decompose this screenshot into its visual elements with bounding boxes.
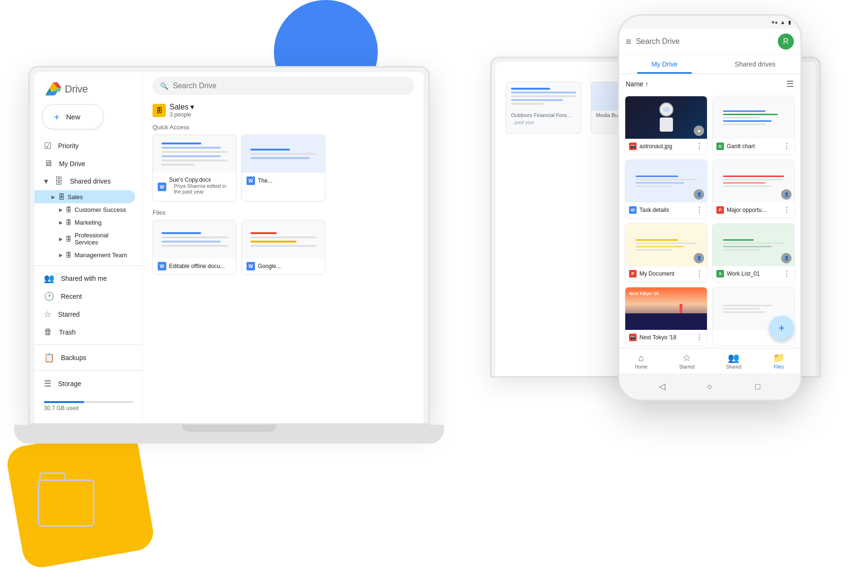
gantt-more-icon[interactable]: ⋮ <box>783 142 791 151</box>
new-button[interactable]: ＋ New <box>42 104 103 129</box>
sidebar-item-trash[interactable]: 🗑 Trash <box>34 323 135 341</box>
laptop-body: Drive ＋ New ☑ Priority 🖥 My Drive <box>28 66 430 425</box>
sidebar-item-shared-drives[interactable]: ▾ 🗄 Shared drives <box>34 172 135 190</box>
sidebar-item-my-drive[interactable]: 🖥 My Drive <box>34 155 135 172</box>
cs-label: Customer Success <box>75 206 126 213</box>
phone-file-footer-mydoc: P My Document ⋮ <box>625 266 707 281</box>
mydoc-more-icon[interactable]: ⋮ <box>696 269 703 278</box>
tree-item-customer-success[interactable]: ▶ 🗄 Customer Success <box>34 203 143 216</box>
mt-arrow-icon: ▶ <box>59 252 63 258</box>
phone-file-task-details[interactable]: 👤 W Task details ⋮ <box>625 160 707 218</box>
phone-file-work-list[interactable]: 👤 X Work List_01 ⋮ <box>712 223 795 282</box>
home-button[interactable]: ○ <box>704 381 715 392</box>
search-input[interactable] <box>173 82 407 90</box>
file-type-icon-4: W <box>247 262 255 270</box>
tab-my-drive[interactable]: My Drive <box>619 55 710 74</box>
sidebar-item-recent[interactable]: 🕐 Recent <box>34 287 135 305</box>
task-avatar-badge: 👤 <box>694 189 704 200</box>
laptop-base <box>14 425 444 444</box>
phone-file-my-document[interactable]: 👤 P My Document ⋮ <box>625 223 707 282</box>
phone-file-astronaut[interactable]: ★ 📷 astronaut.jpg ⋮ <box>625 96 707 155</box>
file-type-icon-2: W <box>247 176 255 185</box>
files-nav-icon: 📁 <box>773 352 785 363</box>
phone-search-box[interactable]: Search Drive <box>636 37 773 46</box>
worklist-more-icon[interactable]: ⋮ <box>783 269 791 278</box>
tree-item-marketing[interactable]: ▶ 🗄 Marketing <box>34 216 143 229</box>
wifi-icon: ▲ <box>780 19 785 25</box>
file-card-footer-1: W Sue's Copy.docx Priya Sharma edited in… <box>153 173 236 201</box>
tokyo-more-icon[interactable]: ⋮ <box>696 333 703 342</box>
phone-file-major-opportu[interactable]: 👤 P Major opportu... ⋮ <box>712 160 795 218</box>
phone-nav-starred[interactable]: ☆ Starred <box>679 352 695 370</box>
sales-label: Sales <box>68 193 83 201</box>
sidebar-priority-label: Priority <box>58 142 79 150</box>
tree-item-management-team[interactable]: ▶ 🗄 Management Team <box>34 249 143 261</box>
folder-dropdown-icon[interactable]: ▾ <box>190 102 194 111</box>
tab-shared-drives[interactable]: Shared drives <box>710 55 800 74</box>
signal-icon: ▾◂ <box>772 19 777 25</box>
file-card-editable[interactable]: W Editable offline docu... <box>153 220 237 275</box>
bg-file-name-1: Outdoors Financial Fore... <box>506 110 581 120</box>
tokyo-buildings <box>625 313 707 330</box>
phone-nav-home[interactable]: ⌂ Home <box>635 353 647 370</box>
phone-bottom-nav: ⌂ Home ☆ Starred 👥 Shared 📁 Files <box>619 348 800 373</box>
recents-button[interactable]: □ <box>752 381 763 392</box>
back-button[interactable]: ◁ <box>656 381 668 392</box>
phone-view-toggle[interactable]: ☰ <box>786 79 794 89</box>
worklist-name: Work List_01 <box>727 270 780 277</box>
file-card-google[interactable]: W Google... <box>241 220 325 275</box>
battery-icon: ▮ <box>788 19 791 25</box>
phone-fab-button[interactable]: + <box>769 316 794 340</box>
major-more-icon[interactable]: ⋮ <box>783 205 791 214</box>
gantt-name: Gantt chart <box>727 143 780 150</box>
mydoc-type-icon: P <box>629 270 637 277</box>
trash-icon: 🗑 <box>44 327 52 337</box>
phone-status-bar: ▾◂ ▲ ▮ <box>619 16 800 29</box>
sidebar-item-storage[interactable]: ☰ Storage <box>34 375 135 393</box>
tree-item-sales[interactable]: ▶ 🗄 Sales <box>34 190 135 203</box>
phone-file-gantt[interactable]: G Gantt chart ⋮ <box>712 96 795 155</box>
bg-file-meta-1: ...past year <box>506 120 581 127</box>
sidebar-item-shared-with-me[interactable]: 👥 Shared with me <box>34 269 135 287</box>
laptop-screen: Drive ＋ New ☑ Priority 🖥 My Drive <box>34 72 424 423</box>
task-name: Task details <box>639 207 693 213</box>
sidebar: Drive ＋ New ☑ Priority 🖥 My Drive <box>34 72 143 423</box>
gantt-type-icon: G <box>716 143 724 150</box>
file-name-4: Google... <box>258 263 281 269</box>
file-card-footer-3: W Editable offline docu... <box>153 258 236 274</box>
astronaut-more-icon[interactable]: ⋮ <box>696 142 703 151</box>
astronaut-type-icon: 📷 <box>629 143 637 150</box>
phone-avatar[interactable]: R <box>778 34 794 50</box>
sidebar-my-drive-label: My Drive <box>59 160 85 168</box>
task-more-icon[interactable]: ⋮ <box>696 205 703 214</box>
worklist-avatar-badge: 👤 <box>781 253 791 263</box>
file-name-2: The... <box>258 177 272 184</box>
file-card-sues-copy[interactable]: W Sue's Copy.docx Priya Sharma edited in… <box>153 134 237 202</box>
cs-arrow-icon: ▶ <box>59 207 63 212</box>
sidebar-item-priority[interactable]: ☑ Priority <box>34 137 135 155</box>
bg-folder-outline <box>38 479 94 527</box>
shared-with-me-label: Shared with me <box>61 275 107 282</box>
ps-folder-icon: 🗄 <box>66 235 72 243</box>
marketing-folder-icon: 🗄 <box>66 219 72 226</box>
shared-nav-label: Shared <box>726 364 741 370</box>
phone-menu-icon[interactable]: ≡ <box>626 36 631 47</box>
recent-icon: 🕐 <box>44 291 54 302</box>
phone-nav-files[interactable]: 📁 Files <box>773 352 785 370</box>
tree-item-professional-services[interactable]: ▶ 🗄 Professional Services <box>34 229 143 249</box>
sidebar-item-backups[interactable]: 📋 Backups <box>34 349 135 367</box>
recent-label: Recent <box>61 293 82 300</box>
astronaut-body <box>660 118 673 132</box>
storage-icon: ☰ <box>44 378 51 389</box>
cs-folder-icon: 🗄 <box>66 206 72 213</box>
home-nav-label: Home <box>635 364 647 370</box>
file-name-1: Sue's Copy.docx <box>169 176 231 183</box>
file-card-2[interactable]: W The... <box>241 134 325 202</box>
phone-screen: ≡ Search Drive R My Drive Shared drives … <box>619 29 800 373</box>
my-doc-preview: 👤 <box>625 224 707 266</box>
phone-sort-button[interactable]: Name ↑ <box>626 80 648 88</box>
phone-nav-shared[interactable]: 👥 Shared <box>726 352 741 370</box>
phone-file-tokyo[interactable]: Next Tokyo '18 📷 Next Tokyo '18 ⋮ <box>625 287 707 346</box>
sidebar-item-starred[interactable]: ☆ Starred <box>34 305 135 323</box>
search-bar[interactable]: 🔍 <box>153 77 414 95</box>
